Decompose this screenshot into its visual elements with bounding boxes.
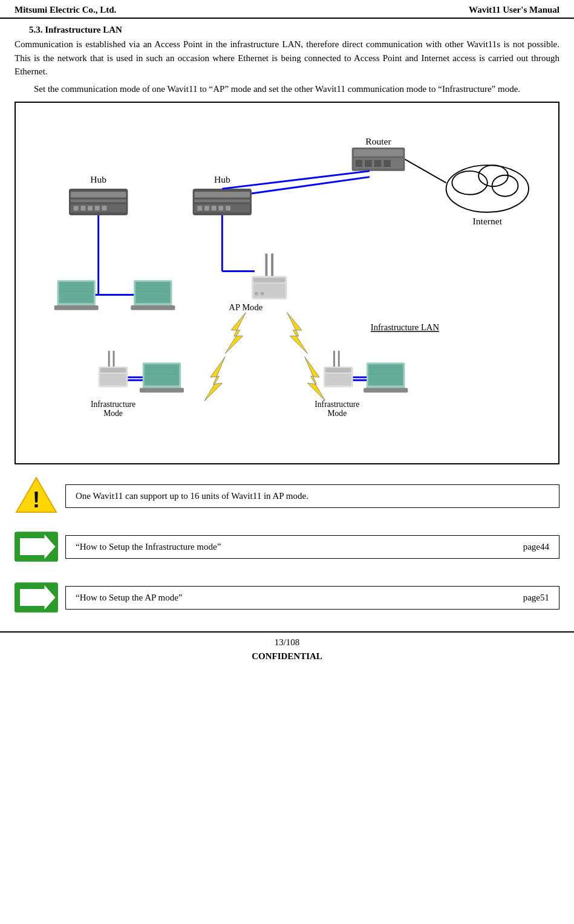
arrow-icon-box-2 (15, 576, 58, 619)
svg-rect-35 (383, 160, 391, 167)
confidential-label: CONFIDENTIAL (0, 651, 574, 662)
svg-rect-20 (195, 192, 250, 198)
warning-icon: ! (15, 475, 57, 517)
svg-text:Infrastructure: Infrastructure (91, 400, 135, 409)
svg-text:Hub: Hub (214, 174, 230, 184)
arrow-icon-2 (15, 582, 58, 613)
arrow-page-2: page51 (523, 593, 549, 603)
svg-rect-16 (95, 206, 100, 210)
svg-rect-27 (226, 206, 230, 210)
svg-rect-63 (131, 305, 175, 310)
svg-marker-53 (287, 313, 308, 354)
svg-rect-47 (253, 278, 285, 282)
svg-rect-74 (140, 388, 184, 392)
arrow-notice-2: “How to Setup the AP mode” page51 (15, 576, 559, 619)
svg-text:Internet: Internet (473, 216, 503, 226)
svg-rect-21 (195, 200, 250, 203)
svg-rect-10 (71, 192, 126, 198)
arrow-label-2: “How to Setup the AP mode” (76, 593, 183, 603)
svg-marker-95 (204, 357, 225, 401)
svg-line-43 (405, 159, 446, 183)
warning-message: One Wavit11 can support up to 16 units o… (76, 491, 308, 501)
warning-notice: ! One Wavit11 can support up to 16 units… (15, 474, 559, 518)
svg-rect-34 (374, 160, 382, 167)
svg-rect-15 (88, 206, 93, 210)
svg-rect-17 (102, 206, 107, 210)
svg-point-49 (255, 292, 258, 296)
svg-rect-70 (100, 368, 126, 373)
svg-rect-26 (218, 206, 223, 210)
arrow-text-box-2: “How to Setup the AP mode” page51 (65, 586, 559, 610)
arrow-page-1: page44 (523, 542, 549, 552)
paragraph-1: Communication is established via an Acce… (15, 37, 559, 79)
svg-rect-33 (365, 160, 372, 167)
svg-text:Infrastructure: Infrastructure (315, 400, 359, 409)
svg-rect-13 (74, 206, 79, 210)
arrow-label-1: “How to Setup the Infrastructure mode” (76, 542, 221, 552)
page-footer: 13/108 CONFIDENTIAL (0, 631, 574, 664)
svg-point-38 (446, 165, 529, 212)
arrow-text-box-1: “How to Setup the Infrastructure mode” p… (65, 535, 559, 559)
svg-marker-52 (225, 313, 246, 354)
warning-icon-box: ! (15, 474, 58, 518)
svg-rect-88 (364, 388, 408, 392)
arrow-notice-1: “How to Setup the Infrastructure mode” p… (15, 525, 559, 568)
svg-rect-48 (253, 284, 285, 298)
svg-rect-11 (71, 200, 126, 203)
svg-line-6 (370, 177, 446, 198)
svg-point-50 (261, 292, 264, 296)
svg-rect-24 (204, 206, 209, 210)
svg-text:Mode: Mode (327, 409, 347, 418)
svg-rect-84 (325, 368, 351, 373)
main-content: 5.3. Infrastructure LAN Communication is… (0, 22, 574, 619)
warning-text-box: One Wavit11 can support up to 16 units o… (65, 484, 559, 508)
svg-text:AP Mode: AP Mode (229, 302, 263, 312)
page-number: 13/108 (0, 637, 574, 648)
svg-rect-23 (197, 206, 202, 210)
manual-title: Wavit11 User's Manual (469, 5, 559, 15)
section-title: 5.3. Infrastructure LAN (15, 25, 559, 35)
svg-rect-25 (212, 206, 217, 210)
page-header: Mitsumi Electric Co., Ltd. Wavit11 User'… (0, 0, 574, 19)
svg-rect-71 (100, 374, 126, 385)
svg-text:Infrastructure LAN: Infrastructure LAN (371, 322, 440, 332)
arrow-icon-1 (15, 531, 58, 562)
paragraph-2: Set the communication mode of one Wavit1… (15, 82, 559, 96)
arrow-icon-box-1 (15, 525, 58, 568)
svg-rect-62 (135, 282, 170, 303)
svg-text:Hub: Hub (90, 174, 106, 184)
svg-marker-96 (305, 357, 325, 401)
svg-rect-85 (325, 374, 351, 385)
svg-text:Router: Router (365, 136, 391, 146)
svg-rect-57 (54, 305, 99, 310)
svg-rect-30 (354, 149, 403, 157)
infrastructure-diagram: Hub Hub Router (15, 102, 559, 464)
svg-rect-32 (356, 160, 363, 167)
svg-rect-56 (59, 282, 93, 303)
svg-rect-87 (368, 364, 403, 385)
svg-rect-14 (80, 206, 85, 210)
svg-rect-73 (145, 364, 179, 385)
company-name: Mitsumi Electric Co., Ltd. (15, 5, 116, 15)
diagram-svg: Hub Hub Router (22, 109, 552, 457)
svg-text:Mode: Mode (103, 409, 123, 418)
svg-text:!: ! (33, 487, 40, 512)
